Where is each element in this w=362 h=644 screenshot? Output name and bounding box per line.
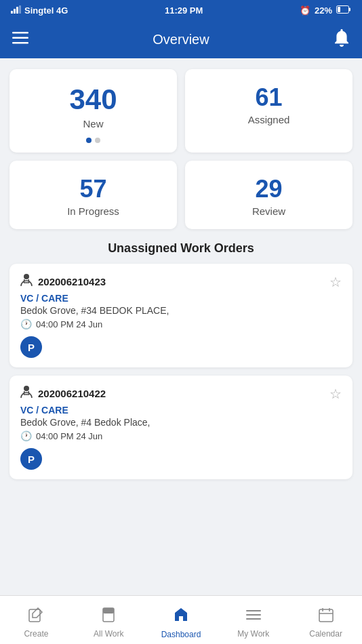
nav-label-mywork: My Work [237, 629, 269, 639]
alarm-icon: ⏰ [300, 5, 310, 16]
create-icon [28, 607, 43, 626]
nav-label-allwork: All Work [94, 629, 123, 639]
wo-id-row-2: 202006210422 [20, 385, 106, 402]
nav-label-calendar: Calendar [309, 629, 342, 639]
svg-rect-6 [349, 7, 350, 11]
nav-item-dashboard[interactable]: Dashboard [145, 596, 218, 644]
wo-time-row-2: 🕐 04:00 PM 24 Jun [20, 430, 342, 441]
svg-rect-9 [12, 42, 28, 44]
worker-icon-1 [20, 273, 33, 290]
section-title: Unassigned Work Orders [9, 241, 353, 256]
star-button-2[interactable]: ☆ [329, 386, 342, 402]
stat-label-assigned: Assigned [248, 114, 290, 125]
wo-category-1: VC / CARE [20, 293, 342, 304]
status-carrier: Singtel 4G [11, 5, 68, 16]
dot-inactive [95, 138, 100, 143]
wo-category-2: VC / CARE [20, 405, 342, 416]
nav-item-calendar[interactable]: Calendar [289, 596, 362, 644]
svg-rect-22 [246, 614, 261, 616]
svg-rect-24 [319, 609, 333, 622]
battery-icon [336, 5, 351, 16]
bottom-nav: Create All Work Dashboard My Work [0, 595, 362, 644]
stat-label-review: Review [252, 205, 285, 217]
svg-rect-7 [12, 32, 28, 34]
wo-avatar-2: P [20, 448, 42, 470]
nav-item-create[interactable]: Create [0, 596, 73, 644]
clock-icon-1: 🕐 [20, 319, 32, 329]
star-button-1[interactable]: ☆ [329, 274, 342, 290]
svg-rect-0 [11, 11, 13, 14]
worker-icon-2 [20, 385, 33, 402]
stat-number-review: 29 [255, 177, 282, 201]
allwork-icon [101, 607, 116, 626]
stat-card-new: 340 New [9, 69, 177, 153]
wo-header-2: 202006210422 ☆ [20, 385, 342, 402]
clock-icon-2: 🕐 [20, 430, 32, 441]
svg-rect-8 [12, 37, 28, 39]
wo-address-2: Bedok Grove, #4 Bedok Place, [20, 417, 342, 428]
svg-point-10 [24, 274, 29, 279]
svg-rect-5 [338, 7, 340, 12]
svg-rect-20 [103, 608, 114, 613]
app-header: Overview [0, 20, 362, 58]
svg-rect-1 [14, 9, 16, 14]
status-time: 11:29 PM [165, 5, 203, 16]
status-right: ⏰ 22% [300, 5, 351, 16]
nav-label-create: Create [24, 629, 48, 639]
carrier-text: Singtel 4G [24, 5, 68, 16]
calendar-icon [319, 607, 334, 626]
work-order-card-1: 202006210423 ☆ VC / CARE Bedok Grove, #3… [9, 264, 353, 367]
wo-address-1: Bedok Grove, #34 BEDOK PLACE, [20, 305, 342, 316]
nav-label-dashboard: Dashboard [161, 630, 201, 639]
stat-number-new: 340 [69, 85, 117, 114]
svg-rect-2 [16, 7, 18, 14]
wo-id-text-1: 202006210423 [38, 276, 106, 287]
battery-text: 22% [315, 5, 332, 16]
wo-avatar-1: P [20, 336, 42, 358]
stat-label-new: New [83, 118, 103, 129]
page-title: Overview [153, 32, 209, 47]
main-content: 340 New 61 Assigned 57 In Progress 29 Re… [0, 58, 362, 542]
menu-button[interactable] [12, 32, 28, 47]
mywork-icon [246, 607, 261, 626]
wo-id-row-1: 202006210423 [20, 273, 106, 290]
wo-id-text-2: 202006210422 [38, 388, 106, 399]
wo-time-text-2: 04:00 PM 24 Jun [36, 431, 102, 441]
work-order-card-2: 202006210422 ☆ VC / CARE Bedok Grove, #4… [9, 376, 353, 479]
nav-item-mywork[interactable]: My Work [217, 596, 289, 644]
svg-point-14 [24, 386, 29, 391]
stat-number-inprogress: 57 [79, 177, 106, 201]
wo-time-row-1: 🕐 04:00 PM 24 Jun [20, 319, 342, 329]
nav-item-allwork[interactable]: All Work [73, 596, 145, 644]
stat-card-review: 29 Review [185, 161, 353, 229]
svg-rect-21 [246, 610, 261, 611]
stats-grid: 340 New 61 Assigned 57 In Progress 29 Re… [9, 69, 353, 229]
wo-header-1: 202006210423 ☆ [20, 273, 342, 290]
stat-number-assigned: 61 [255, 85, 282, 110]
svg-rect-23 [246, 618, 261, 620]
stat-label-inprogress: In Progress [67, 205, 119, 217]
stat-card-inprogress: 57 In Progress [9, 161, 177, 229]
dot-active [86, 138, 92, 143]
status-bar: Singtel 4G 11:29 PM ⏰ 22% [0, 0, 362, 20]
notification-bell-button[interactable] [334, 29, 350, 49]
dot-indicators [86, 138, 100, 143]
dashboard-icon [173, 607, 189, 627]
signal-icon [11, 5, 22, 16]
svg-rect-3 [19, 5, 21, 14]
stat-card-assigned: 61 Assigned [185, 69, 353, 153]
wo-time-text-1: 04:00 PM 24 Jun [36, 319, 102, 329]
